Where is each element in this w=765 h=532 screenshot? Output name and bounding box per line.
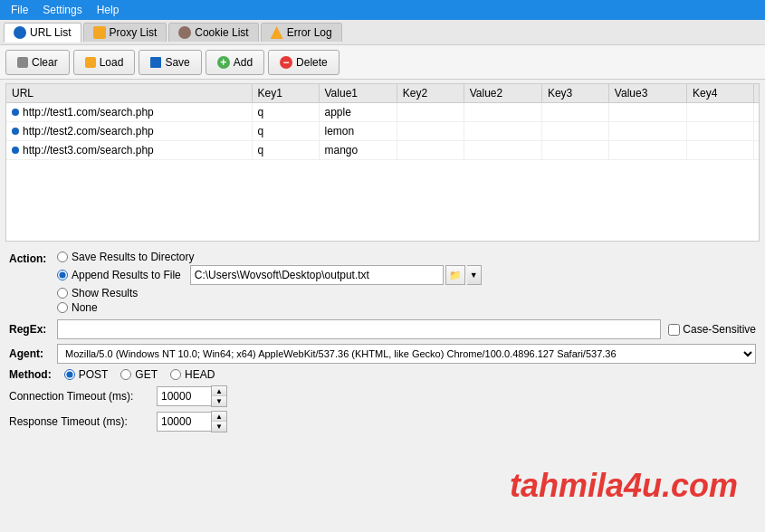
add-button[interactable]: + Add: [206, 50, 264, 75]
cell-key1-0: q: [252, 103, 319, 122]
delete-label: Delete: [296, 56, 328, 69]
response-timeout-row: Response Timeout (ms): ▲ ▼: [9, 411, 756, 432]
url-dot-0: [12, 109, 19, 116]
method-post-radio[interactable]: [64, 369, 75, 380]
cell-value2-2: [464, 141, 541, 160]
action-label: Action:: [9, 251, 50, 265]
response-timeout-up[interactable]: ▲: [212, 412, 226, 422]
method-head-radio[interactable]: [170, 369, 181, 380]
browse-folder-button[interactable]: 📁: [445, 265, 465, 285]
cell-value2-1: [464, 122, 541, 141]
case-sensitive-checkbox[interactable]: [668, 324, 680, 336]
method-post-text: POST: [79, 368, 109, 381]
delete-button[interactable]: − Delete: [268, 50, 339, 75]
regex-row: RegEx: Case-Sensitive: [9, 319, 756, 339]
case-sensitive-text: Case-Sensitive: [683, 323, 756, 336]
load-label: Load: [100, 56, 124, 69]
response-timeout-down[interactable]: ▼: [212, 422, 226, 432]
connection-timeout-label: Connection Timeout (ms):: [9, 390, 149, 403]
tab-bar: URL List Proxy List Cookie List Error Lo…: [0, 20, 765, 45]
table-header-row: URL Key1 Value1 Key2 Value2 Key3 Value3 …: [6, 84, 760, 103]
tab-proxy-list[interactable]: Proxy List: [83, 23, 167, 42]
toolbar: Clear Load Save + Add − Delete: [0, 45, 765, 80]
clear-button[interactable]: Clear: [5, 50, 70, 75]
method-head-text: HEAD: [185, 368, 215, 381]
bottom-section: Action: Save Results to Directory Append…: [0, 245, 765, 442]
menu-file[interactable]: File: [4, 2, 35, 18]
tab-error-log[interactable]: Error Log: [261, 23, 342, 42]
cell-value1-2: mango: [319, 141, 397, 160]
cell-key4-2: [687, 141, 754, 160]
cell-url-1: http://test2.com/search.php: [6, 122, 252, 141]
method-get-radio[interactable]: [120, 369, 131, 380]
col-key2: Key2: [397, 84, 464, 103]
load-icon: [85, 57, 96, 68]
cell-url-0: http://test1.com/search.php: [6, 103, 252, 122]
load-button[interactable]: Load: [73, 50, 136, 75]
append-file-label: Append Results to File: [72, 269, 181, 281]
regex-label: RegEx:: [9, 323, 50, 336]
connection-timeout-down[interactable]: ▼: [212, 396, 226, 406]
agent-row: Agent: Mozilla/5.0 (Windows NT 10.0; Win…: [9, 344, 756, 364]
connection-timeout-input[interactable]: [157, 386, 211, 406]
cell-key4-0: [687, 103, 754, 122]
url-dot-2: [12, 147, 19, 154]
tab-error-log-label: Error Log: [287, 26, 332, 39]
browse-dropdown-button[interactable]: ▼: [467, 265, 482, 285]
none-radio[interactable]: [57, 302, 68, 313]
tab-url-list[interactable]: URL List: [4, 23, 81, 43]
response-timeout-spinner: ▲ ▼: [157, 411, 227, 432]
table-row[interactable]: http://test2.com/search.php q lemon: [6, 122, 760, 141]
append-file-radio[interactable]: [57, 270, 68, 280]
url-table: URL Key1 Value1 Key2 Value2 Key3 Value3 …: [6, 84, 760, 160]
delete-icon: −: [280, 56, 292, 69]
cookie-icon: [178, 26, 191, 39]
agent-label: Agent:: [9, 347, 50, 360]
url-grid[interactable]: URL Key1 Value1 Key2 Value2 Key3 Value3 …: [5, 83, 760, 242]
cell-valu-1: [754, 122, 760, 141]
none-label: None: [72, 301, 98, 314]
action-radio-group: Save Results to Directory Append Results…: [57, 251, 482, 314]
add-icon: +: [217, 56, 230, 69]
save-button[interactable]: Save: [139, 50, 201, 75]
show-results-radio[interactable]: [57, 288, 68, 299]
cell-key3-0: [541, 103, 608, 122]
add-label: Add: [234, 56, 253, 69]
regex-input[interactable]: [57, 319, 661, 339]
cell-key4-1: [687, 122, 754, 141]
method-label: Method:: [9, 368, 52, 381]
method-row: Method: POST GET HEAD: [9, 368, 756, 381]
tab-cookie-list[interactable]: Cookie List: [168, 23, 258, 42]
response-timeout-spinner-btns: ▲ ▼: [211, 411, 227, 432]
response-timeout-label: Response Timeout (ms):: [9, 415, 149, 428]
menu-settings[interactable]: Settings: [35, 2, 89, 18]
action-none-row: None: [57, 301, 482, 314]
watermark: tahmila4u.com: [510, 467, 738, 505]
response-timeout-input[interactable]: [157, 412, 211, 432]
cell-key3-2: [541, 141, 608, 160]
cell-key3-1: [541, 122, 608, 141]
cell-key2-1: [397, 122, 464, 141]
cell-valu-0: [754, 103, 760, 122]
table-row[interactable]: http://test1.com/search.php q apple: [6, 103, 760, 122]
cell-value1-1: lemon: [319, 122, 397, 141]
agent-select[interactable]: Mozilla/5.0 (Windows NT 10.0; Win64; x64…: [57, 344, 756, 364]
col-value1: Value1: [319, 84, 397, 103]
connection-timeout-spinner-btns: ▲ ▼: [211, 385, 227, 407]
table-row[interactable]: http://test3.com/search.php q mango: [6, 141, 760, 160]
connection-timeout-up[interactable]: ▲: [212, 386, 226, 396]
cell-url-2: http://test3.com/search.php: [6, 141, 252, 160]
file-path-input[interactable]: [190, 265, 444, 285]
method-head-label: HEAD: [170, 368, 215, 381]
case-sensitive-label: Case-Sensitive: [668, 323, 756, 336]
menu-help[interactable]: Help: [90, 2, 127, 18]
col-key3: Key3: [541, 84, 608, 103]
col-valu: Valu: [754, 84, 760, 103]
save-dir-radio[interactable]: [57, 252, 68, 262]
menu-bar: File Settings Help: [0, 0, 765, 20]
connection-timeout-spinner: ▲ ▼: [157, 385, 227, 407]
cell-valu-2: [754, 141, 760, 160]
col-value2: Value2: [464, 84, 541, 103]
cell-value1-0: apple: [319, 103, 397, 122]
url-dot-1: [12, 128, 19, 135]
